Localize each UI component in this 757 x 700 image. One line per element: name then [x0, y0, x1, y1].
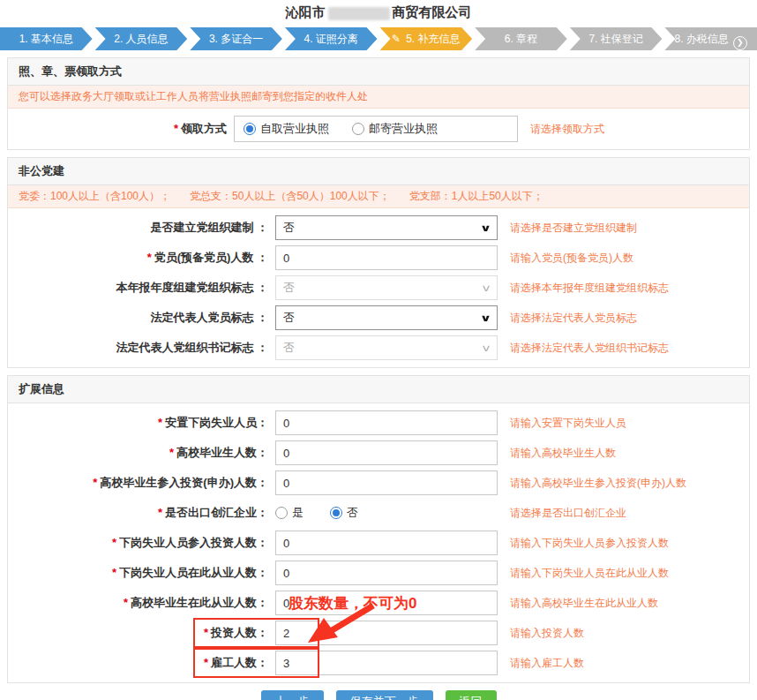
field-label: 本年报年度组建党组织标志 ：: [116, 281, 268, 294]
form-row-laid-off-investors: *下岗失业人员参入投资人数： 请输入下岗失业人员参入投资人数: [8, 528, 749, 558]
field-label: 高校毕业生在此从业人数：: [131, 596, 268, 609]
party-org-flag-select[interactable]: 否∨: [275, 215, 498, 240]
tab-label: 2. 人员信息: [114, 33, 168, 45]
legal-rep-party-member-select[interactable]: 否∨: [275, 305, 498, 330]
pickup-notice: 您可以选择政务大厅领取或让工作人员将营业执照邮寄到您指定的收件人处: [8, 86, 749, 109]
annual-party-org-flag-select: 否∨: [275, 275, 498, 300]
laid-off-investors-input[interactable]: [275, 531, 498, 555]
radio-selected-icon: [244, 123, 256, 135]
section-license-pickup: 照、章、票领取方式 您可以选择政务大厅领取或让工作人员将营业执照邮寄到您指定的收…: [7, 57, 750, 150]
required-asterisk: *: [169, 446, 174, 459]
section-party-building: 非公党建 党委：100人以上（含100人）；党总支：50人以上（含50人）100…: [7, 157, 750, 368]
graduate-investors-input[interactable]: [275, 470, 498, 495]
required-asterisk: *: [147, 251, 152, 264]
radio-label: 邮寄营业执照: [369, 121, 438, 137]
form-row-laid-off-resettled: *安置下岗失业人员： 请输入安置下岗失业人员: [8, 408, 749, 438]
tab-step-8-tax-info[interactable]: 8. 办税信息❯: [664, 27, 757, 50]
field-hint: 请输入下岗失业人员参入投资人数: [510, 536, 669, 551]
field-hint: 请输入安置下岗失业人员: [510, 416, 626, 431]
form-row-graduate-investors: *高校毕业生参入投资(申办)人数： 请输入高校毕业生参入投资(申办)人数: [8, 468, 749, 498]
chevron-down-icon: ∨: [481, 282, 491, 294]
field-hint: 请输入下岗失业人员在此从业人数: [510, 566, 669, 581]
radio-self-pickup[interactable]: 自取营业执照: [244, 121, 329, 137]
required-asterisk: *: [204, 626, 208, 639]
field-label: 下岗失业人员在此从业人数：: [119, 566, 268, 579]
field-label: 安置下岗失业人员：: [165, 416, 268, 429]
form-row-party-member-count: *党员(预备党员)人数 ： 请输入党员(预备党员)人数: [8, 243, 749, 273]
graduate-employed-input[interactable]: [275, 591, 498, 615]
employee-count-input[interactable]: [275, 651, 498, 675]
back-button[interactable]: 返回: [446, 690, 497, 700]
prev-step-button[interactable]: 上一步: [261, 690, 324, 700]
tab-step-6-charter[interactable]: 6. 章程: [475, 27, 567, 50]
required-asterisk: *: [174, 122, 178, 135]
select-value: 否: [283, 310, 295, 326]
redacted-text: [328, 7, 390, 20]
tab-label: 5. 补充信息: [406, 33, 460, 45]
export-radio-group: 是 否: [275, 501, 498, 525]
party-notice: 党委：100人以上（含100人）；党总支：50人以上（含50人）100人以下；党…: [8, 185, 749, 208]
radio-label: 是: [292, 505, 304, 521]
laid-off-resettled-input[interactable]: [275, 410, 498, 435]
field-label: 下岗失业人员参入投资人数：: [119, 536, 268, 549]
field-hint: 请输入投资人数: [510, 626, 584, 641]
page-title: 沁阳市商贸有限公司: [0, 0, 757, 24]
section-extended-info: 扩展信息 *安置下岗失业人员： 请输入安置下岗失业人员 *高校毕业生人数： 请输…: [7, 375, 750, 683]
field-hint: 请选择本年报年度组建党组织标志: [510, 281, 669, 296]
field-label: 法定代表人党组织书记标志 ：: [116, 341, 268, 354]
field-label: 党员(预备党员)人数 ：: [154, 251, 268, 264]
required-asterisk: *: [112, 536, 116, 549]
form-row-laid-off-employed: *下岗失业人员在此从业人数： 请输入下岗失业人员在此从业人数: [8, 558, 749, 588]
select-value: 否: [283, 280, 295, 296]
field-label: 雇工人数：: [211, 656, 268, 669]
tab-step-4-cert-separation[interactable]: 4. 证照分离: [285, 27, 378, 50]
radio-unselected-icon: [275, 507, 288, 519]
radio-label: 否: [347, 505, 358, 521]
tab-step-7-social-security[interactable]: 7. 社保登记: [570, 27, 663, 50]
chevron-down-icon: ∨: [480, 312, 491, 324]
footer-actions: 上一步 保存并下一步 返回: [0, 690, 757, 700]
field-hint: 请选择是否出口创汇企业: [510, 506, 626, 521]
required-asterisk: *: [112, 566, 116, 579]
chevron-down-icon: ∨: [481, 342, 491, 354]
step-navigation: 1. 基本信息 2. 人员信息 3. 多证合一 4. 证照分离 ✎5. 补充信息…: [0, 27, 757, 50]
radio-mail-license[interactable]: 邮寄营业执照: [352, 121, 438, 137]
field-hint: 请输入党员(预备党员)人数: [510, 251, 633, 266]
required-asterisk: *: [204, 656, 208, 669]
chevron-down-icon: ∨: [480, 222, 491, 234]
graduate-count-input[interactable]: [275, 440, 498, 465]
select-value: 否: [283, 340, 295, 356]
investor-count-input[interactable]: [275, 621, 498, 645]
required-asterisk: *: [124, 596, 128, 609]
tab-step-5-supplementary-active[interactable]: ✎5. 补充信息: [380, 27, 473, 50]
radio-selected-icon: [330, 507, 342, 519]
field-label: 高校毕业生参入投资(申办)人数：: [100, 476, 268, 489]
section-header: 非公党建: [8, 158, 749, 185]
radio-export-no[interactable]: 否: [330, 505, 358, 521]
tab-label: 4. 证照分离: [304, 33, 358, 45]
circle-chevron-icon: ❯: [733, 36, 747, 50]
field-label: 法定代表人党员标志 ：: [150, 311, 268, 324]
save-next-button[interactable]: 保存并下一步: [336, 690, 433, 700]
form-row-graduate-count: *高校毕业生人数： 请输入高校毕业生人数: [8, 438, 749, 468]
form-row-pickup-method: *领取方式 自取营业执照 邮寄营业执照 请选择领取方式: [8, 113, 749, 145]
field-label: 是否出口创汇企业：: [165, 506, 268, 519]
pickup-options-box: 自取营业执照 邮寄营业执照: [234, 116, 518, 142]
notice-part: 党委：100人以上（含100人）；: [19, 190, 170, 202]
party-member-count-input[interactable]: [275, 245, 498, 270]
tab-step-3-multi-cert[interactable]: 3. 多证合一: [190, 27, 282, 50]
legal-rep-secretary-flag-select: 否∨: [275, 335, 498, 360]
tab-label: 1. 基本信息: [19, 33, 73, 45]
edit-icon: ✎: [392, 33, 401, 45]
tab-step-1-basic-info[interactable]: 1. 基本信息: [0, 27, 93, 50]
company-name-prefix: 沁阳市: [286, 4, 326, 19]
tab-step-2-personnel[interactable]: 2. 人员信息: [95, 27, 188, 50]
section-header: 照、章、票领取方式: [8, 58, 749, 86]
radio-export-yes[interactable]: 是: [275, 505, 304, 521]
radio-label: 自取营业执照: [260, 121, 329, 137]
company-name-suffix: 商贸有限公司: [393, 4, 472, 19]
tab-label: 7. 社保登记: [588, 33, 642, 45]
tab-label: 8. 办税信息: [675, 33, 729, 45]
laid-off-employed-input[interactable]: [275, 561, 498, 585]
field-hint: 请输入雇工人数: [510, 656, 584, 671]
